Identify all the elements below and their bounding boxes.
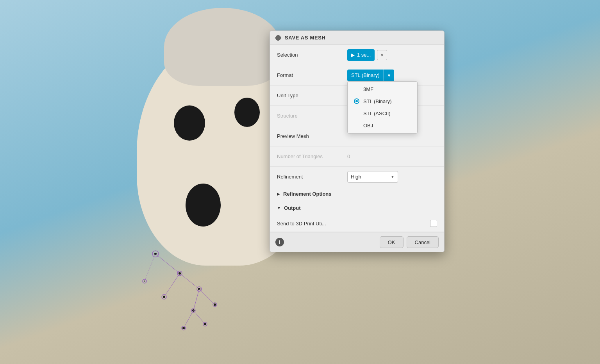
output-section-header[interactable]: ▼ Output (270, 201, 444, 215)
refinement-value: High (351, 174, 361, 180)
info-icon: i (279, 239, 280, 245)
selection-label: Selection (277, 52, 347, 58)
triangles-value: 0 (347, 153, 350, 159)
format-content: STL (Binary) ▼ 3MF STL (Binary) (347, 70, 437, 81)
svg-line-2 (155, 254, 180, 273)
selection-button-text: 1 se... (357, 52, 371, 58)
send-to-print-checkbox[interactable] (430, 220, 437, 227)
format-dropdown-arrow-icon: ▼ (383, 70, 394, 81)
send-to-print-label: Send to 3D Print Uti... (277, 221, 426, 227)
svg-point-10 (163, 296, 165, 298)
dialog-titlebar: SAVE AS MESH (270, 31, 444, 45)
send-to-print-row: Send to 3D Print Uti... (277, 220, 437, 227)
cursor-icon: ▶ (351, 52, 355, 58)
format-option-stl-binary[interactable]: STL (Binary) (348, 95, 417, 107)
clear-icon: × (380, 52, 384, 58)
svg-line-18 (184, 310, 193, 328)
selection-row: Selection ▶ 1 se... × (270, 45, 444, 65)
svg-line-12 (193, 289, 199, 310)
triangles-row: Number of Triangles 0 (270, 146, 444, 167)
info-button[interactable]: i (275, 238, 284, 246)
ghost-spot (186, 184, 221, 227)
triangles-content: 0 (347, 153, 437, 159)
preview-mesh-label: Preview Mesh (277, 133, 347, 139)
format-option-3mf[interactable]: 3MF (348, 83, 417, 95)
format-label: Format (277, 72, 347, 78)
svg-line-11 (199, 289, 215, 305)
format-selected-text: STL (Binary) (347, 72, 383, 78)
format-dropdown-menu: 3MF STL (Binary) STL (ASCII) OBJ (347, 81, 418, 134)
svg-point-20 (204, 323, 206, 325)
ok-button[interactable]: OK (380, 236, 404, 248)
refinement-options-header-text: Refinement Options (283, 191, 332, 197)
svg-point-6 (179, 272, 181, 275)
format-option-stl-binary-label: STL (Binary) (363, 98, 391, 104)
structure-label: Structure (277, 113, 347, 119)
format-dropdown[interactable]: STL (Binary) ▼ (347, 70, 394, 81)
dialog-body: Selection ▶ 1 se... × Format STL (Binary… (270, 45, 444, 232)
refinement-row: Refinement High ▼ (270, 167, 444, 187)
format-dropdown-container: STL (Binary) ▼ 3MF STL (Binary) (347, 70, 394, 81)
rig-skeleton (133, 242, 250, 352)
dialog-footer: i OK Cancel (270, 232, 444, 252)
ghost-head (164, 8, 281, 86)
svg-point-14 (214, 303, 216, 306)
format-option-obj-label: OBJ (363, 123, 373, 128)
radio-stl-binary-icon (354, 98, 359, 104)
svg-line-4 (164, 273, 180, 297)
refinement-label: Refinement (277, 174, 347, 180)
format-option-stl-ascii[interactable]: STL (ASCII) (348, 107, 417, 120)
output-triangle-icon: ▼ (277, 206, 281, 210)
svg-line-17 (193, 310, 205, 324)
refinement-options-section[interactable]: ▶ Refinement Options (270, 187, 444, 201)
triangles-label: Number of Triangles (277, 153, 347, 159)
dialog-close-dot[interactable] (275, 35, 281, 41)
save-as-mesh-dialog: SAVE AS MESH Selection ▶ 1 se... × Forma… (270, 30, 445, 252)
dialog-title: SAVE AS MESH (285, 35, 326, 41)
svg-line-25 (145, 254, 155, 281)
cancel-button[interactable]: Cancel (407, 236, 439, 248)
refinement-arrow-icon: ▼ (391, 175, 395, 179)
output-content: Send to 3D Print Uti... (270, 215, 444, 232)
unit-type-label: Unit Type (277, 93, 347, 98)
ghost-eye-right (234, 98, 260, 127)
selection-button[interactable]: ▶ 1 se... (347, 49, 375, 61)
format-row: Format STL (Binary) ▼ 3MF (270, 65, 444, 86)
svg-line-3 (180, 273, 199, 289)
ghost-eye-left (174, 105, 205, 141)
refinement-content: High ▼ (347, 171, 437, 183)
refinement-dropdown[interactable]: High ▼ (347, 171, 398, 183)
clear-selection-button[interactable]: × (377, 50, 387, 60)
format-option-obj[interactable]: OBJ (348, 120, 417, 132)
refinement-options-triangle-icon: ▶ (277, 192, 280, 196)
svg-point-22 (182, 327, 185, 329)
selection-content: ▶ 1 se... × (347, 49, 437, 61)
output-header-text: Output (284, 205, 301, 211)
format-option-3mf-label: 3MF (363, 86, 373, 92)
format-option-stl-ascii-label: STL (ASCII) (363, 111, 391, 116)
